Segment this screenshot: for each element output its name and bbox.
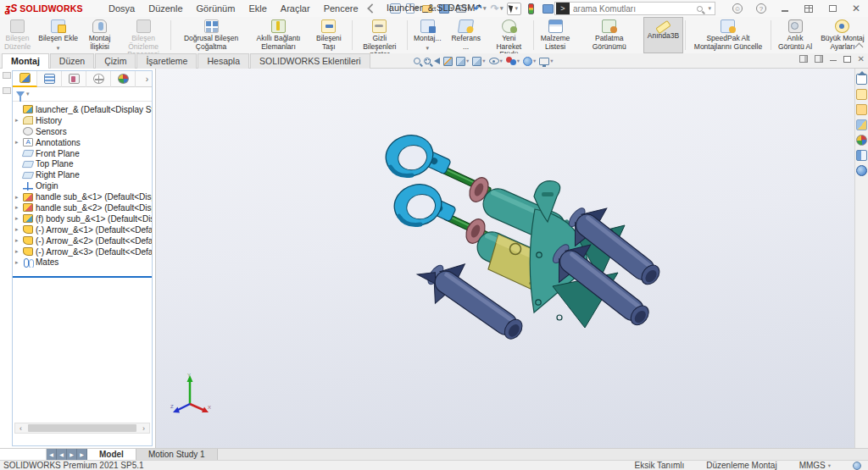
rebuild-button[interactable] [524, 3, 538, 15]
pin-menu-icon[interactable] [367, 3, 376, 13]
tab-display-manager[interactable] [111, 71, 136, 87]
pane-right-button[interactable] [815, 55, 823, 63]
home-button[interactable] [388, 3, 403, 15]
solidworks-forum-icon[interactable] [856, 165, 867, 176]
ribbon-yeni-hareket-etudu[interactable]: Yeni Hareket Etüdü [487, 17, 531, 53]
previous-study-tab-button[interactable]: ◀ [57, 449, 67, 460]
ribbon-akilli-baglanti[interactable]: Akıllı Bağlantı Elemanları [249, 17, 308, 53]
tree-item-right-plane[interactable]: Right Plane [13, 169, 152, 180]
menu-gorunum[interactable]: Görünüm [191, 2, 242, 15]
tree-item-handle-sub-1[interactable]: ▸ handle sub_&<1> (Default<Display St [13, 191, 152, 202]
tree-item-sensors[interactable]: Sensors [13, 126, 152, 137]
maximize-button[interactable] [797, 0, 821, 17]
ribbon-bilesen-duzenle[interactable]: Bileşen Düzenle [0, 17, 35, 53]
display-style-button[interactable]: ▾ [472, 57, 485, 66]
tree-item-mates[interactable]: ▸ Mates [13, 257, 152, 268]
tree-item-top-plane[interactable]: Top Plane [13, 158, 152, 169]
zoom-fit-button[interactable] [414, 58, 420, 64]
motion-study-tab[interactable]: Motion Study 1 [136, 449, 218, 460]
tab-configuration-manager[interactable] [62, 71, 86, 87]
tree-item-arrow-3[interactable]: ▸ (-) Arrow_&<3> (Default<<Default>_[ [13, 246, 152, 257]
design-library-icon[interactable] [856, 89, 867, 100]
print-button[interactable]: ▾ [456, 3, 470, 15]
tab-dimxpert[interactable] [86, 71, 111, 87]
filter-funnel-icon[interactable] [16, 91, 25, 97]
tree-item-body-sub-1[interactable]: ▸ (f) body sub_&<1> (Default<Display S [13, 213, 152, 224]
apply-scene-button[interactable]: ▾ [523, 57, 536, 66]
search-icon[interactable] [697, 6, 703, 12]
tree-item-arrow-2[interactable]: ▸ (-) Arrow_&<2> (Default<<Default>_[ [13, 235, 152, 246]
hide-show-items-button[interactable]: ▾ [489, 58, 503, 64]
last-study-tab-button[interactable]: ▶ [77, 449, 87, 460]
view-settings-button[interactable]: ▾ [539, 58, 553, 65]
doc-minimize-button[interactable] [830, 57, 837, 62]
tree-item-arrow-1[interactable]: ▸ (-) Arrow_&<1> (Default<<Default>_[ [13, 224, 152, 235]
command-search[interactable]: > ▾ [554, 2, 715, 15]
tab-cizim[interactable]: Çizim [95, 53, 136, 69]
previous-view-button[interactable] [434, 58, 440, 64]
tab-hesapla[interactable]: Hesapla [198, 53, 249, 69]
ribbon-malzeme-listesi[interactable]: Malzeme Listesi [536, 17, 575, 53]
section-view-button[interactable] [443, 57, 453, 66]
tab-solidworks-eklentileri[interactable]: SOLIDWORKS Eklentileri [250, 53, 370, 69]
filter-caret-icon[interactable]: ▾ [26, 91, 30, 97]
menu-pencere[interactable]: Pencere [318, 2, 364, 15]
ribbon-montaj-unsurlari[interactable]: Montaj... ▾ [409, 17, 446, 53]
close-button[interactable]: ✕ [844, 0, 868, 17]
ribbon-montaj-iliskisi[interactable]: Montaj İlişkisi [81, 17, 118, 53]
ribbon-speedpak-guncelle[interactable]: SpeedPak Alt Montajlarını Güncelle [687, 17, 770, 53]
tab-duzen[interactable]: Düzen [50, 53, 94, 69]
dropdown-caret-icon[interactable]: ▾ [426, 44, 429, 53]
doc-restore-button[interactable] [843, 56, 851, 63]
file-explorer-icon[interactable] [856, 104, 867, 115]
ribbon-anlik-goruntu[interactable]: Anlık Görüntü Al [773, 17, 817, 53]
menu-dosya[interactable]: Dosya [103, 2, 141, 15]
edit-appearance-button[interactable]: ▾ [506, 57, 520, 65]
ribbon-dogrusal-cogaltma[interactable]: Doğrusal Bileşen Çoğaltma ▾ [173, 17, 249, 53]
model-tab[interactable]: Model [87, 449, 136, 460]
open-button[interactable]: ▾ [422, 3, 437, 15]
redo-button[interactable]: ↷▾ [490, 3, 504, 15]
scroll-right-icon[interactable]: › [138, 424, 149, 433]
tree-item-front-plane[interactable]: Front Plane [13, 148, 152, 159]
tab-featuremanager[interactable] [13, 71, 37, 87]
graphics-viewport[interactable]: Y X Z [155, 69, 854, 448]
next-study-tab-button[interactable]: ▶ [67, 449, 77, 460]
tree-root[interactable]: launcher_& (Default<Display State-1>) [13, 104, 152, 115]
ribbon-patlatma-gorunumu[interactable]: Patlatma Görünümü ▾ [575, 17, 643, 53]
taskpane-home-icon[interactable] [856, 74, 867, 85]
tree-item-annotations[interactable]: ▸ Annotations [13, 137, 152, 148]
custom-properties-icon[interactable] [856, 150, 867, 161]
ribbon-gizli-bilesenler[interactable]: Gizli Bileşenleri göster [354, 17, 405, 53]
menu-ekle[interactable]: Ekle [242, 2, 272, 15]
search-input[interactable] [573, 4, 697, 14]
zoom-area-button[interactable] [424, 58, 431, 64]
assembly-model[interactable] [156, 69, 855, 448]
select-tool-button[interactable]: ▾ [507, 3, 521, 15]
ribbon-collapse-icon[interactable] [854, 44, 863, 49]
menu-araclar[interactable]: Araçlar [275, 2, 316, 15]
ribbon-referans-geometri[interactable]: Referans ... ▾ [446, 17, 487, 53]
panel-tabs-more-icon[interactable]: › [146, 75, 148, 84]
view-palette-icon[interactable] [856, 119, 867, 130]
tab-property-manager[interactable] [37, 71, 62, 87]
appearances-scenes-icon[interactable] [856, 135, 867, 146]
user-account-button[interactable]: ☺ [726, 0, 749, 17]
minimize-button[interactable] [773, 0, 797, 17]
help-button[interactable]: ? [749, 0, 773, 17]
panel-horizontal-scrollbar[interactable]: ‹ › [14, 423, 150, 434]
dropdown-caret-icon[interactable]: ▾ [57, 44, 60, 53]
new-document-button[interactable]: ▾ [405, 3, 420, 15]
handle-ring-1[interactable] [381, 130, 438, 182]
undo-button[interactable]: ↶▾ [473, 3, 487, 15]
view-orientation-button[interactable]: ▾ [456, 57, 469, 66]
restore-button[interactable] [821, 0, 844, 17]
search-scope-icon[interactable]: > [556, 3, 570, 14]
ribbon-aninda3b[interactable]: Anında3B [643, 17, 682, 53]
tags-globe-icon[interactable] [853, 462, 861, 470]
tree-item-origin[interactable]: Origin [13, 180, 152, 191]
pane-left-button[interactable] [799, 55, 808, 63]
doc-close-button[interactable]: ✕ [858, 54, 865, 64]
handle-ring-2[interactable] [390, 180, 447, 231]
tab-montaj[interactable]: Montaj [2, 53, 49, 69]
